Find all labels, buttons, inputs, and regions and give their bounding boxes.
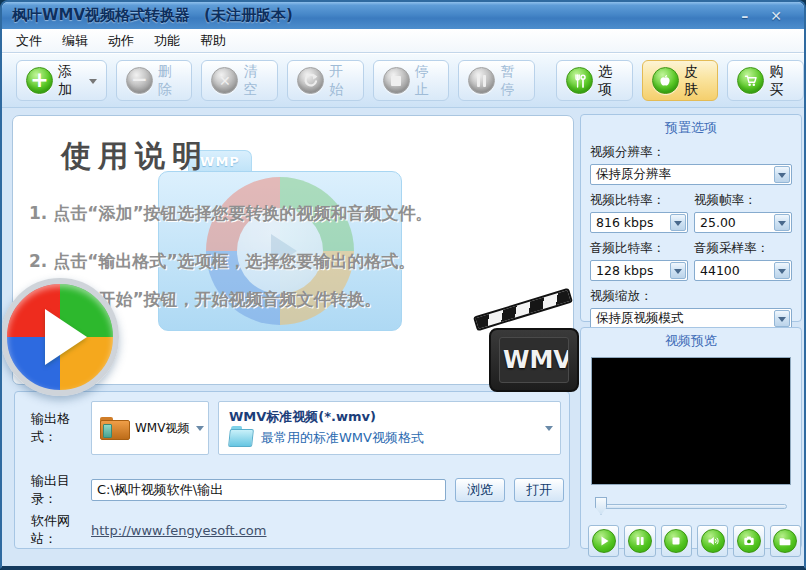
- clapper-stripes-icon: [473, 288, 573, 332]
- shopping-cart-icon: [737, 67, 764, 94]
- chevron-down-icon[interactable]: [774, 166, 790, 183]
- menu-edit[interactable]: 编辑: [52, 29, 98, 53]
- add-icon: +: [26, 67, 53, 94]
- menu-action[interactable]: 动作: [98, 29, 144, 53]
- usage-heading: 使用说明: [61, 136, 209, 177]
- stop-icon: [383, 67, 410, 94]
- start-icon: [297, 67, 324, 94]
- preview-pause-button[interactable]: [624, 525, 655, 557]
- chevron-down-icon[interactable]: [670, 214, 686, 231]
- framerate-select[interactable]: 25.00: [694, 212, 792, 233]
- titlebar: 枫叶WMV视频格式转换器 (未注册版本) – ✕: [2, 2, 804, 29]
- clear-icon: ✕: [211, 67, 238, 94]
- menu-file[interactable]: 文件: [6, 29, 52, 53]
- audio-bitrate-label: 音频比特率：: [590, 240, 688, 257]
- chevron-down-icon[interactable]: [774, 262, 790, 279]
- close-button[interactable]: ✕: [770, 9, 782, 23]
- delete-icon: −: [126, 67, 153, 94]
- start-button[interactable]: 开始: [287, 60, 364, 101]
- audio-bitrate-select[interactable]: 128 kbps: [590, 260, 688, 281]
- output-dir-label: 输出目录：: [15, 472, 91, 508]
- skin-button[interactable]: 皮肤: [642, 60, 719, 101]
- menu-function[interactable]: 功能: [144, 29, 190, 53]
- preview-screen: [591, 357, 791, 485]
- stop-button[interactable]: 停止: [373, 60, 450, 101]
- sample-rate-label: 音频采样率：: [694, 240, 792, 257]
- window-title-suffix: (未注册版本): [204, 6, 293, 25]
- output-group: 输出格式： WMV视频 WMV标准视频(*.wmv) 最常用的标准WMV视频格式…: [14, 391, 570, 549]
- options-tools-icon: [566, 67, 593, 94]
- format-description: 最常用的标准WMV视频格式: [261, 429, 424, 447]
- folder-icon: [773, 529, 797, 553]
- format-name: WMV标准视频(*.wmv): [229, 408, 540, 426]
- preview-play-button[interactable]: [588, 525, 619, 557]
- video-scale-select[interactable]: 保持原视频模式: [590, 308, 792, 329]
- minimize-button[interactable]: –: [741, 9, 748, 23]
- menubar: 文件 编辑 动作 功能 帮助: [2, 29, 804, 53]
- menu-help[interactable]: 帮助: [190, 29, 236, 53]
- window-controls: – ✕: [741, 9, 794, 23]
- framerate-label: 视频帧率：: [694, 192, 792, 209]
- delete-button[interactable]: − 删除: [116, 60, 193, 101]
- output-format-label: 输出格式：: [15, 410, 91, 446]
- resolution-select[interactable]: 保持原分辨率: [590, 164, 792, 185]
- chevron-down-icon[interactable]: [774, 214, 790, 231]
- pause-icon: [468, 67, 495, 94]
- video-bitrate-select[interactable]: 816 kbps: [590, 212, 688, 233]
- preview-volume-button[interactable]: [697, 525, 728, 557]
- wmv-sign-text: WMV: [500, 346, 569, 374]
- video-scale-label: 视频缩放：: [590, 288, 792, 305]
- slider-track[interactable]: [595, 504, 787, 509]
- preview-snapshot-button[interactable]: [733, 525, 764, 557]
- seek-slider[interactable]: [595, 499, 787, 515]
- website-label: 软件网站：: [15, 512, 91, 548]
- orange-folder-icon: [100, 417, 130, 440]
- chevron-down-icon: [545, 426, 553, 435]
- preview-controls: [581, 515, 801, 557]
- wmp-player-logo-icon: [1, 278, 119, 396]
- options-button[interactable]: 选项: [556, 60, 633, 101]
- apple-skin-icon: [652, 67, 679, 94]
- instruction-step-1: 1. 点击“添加”按钮选择您要转换的视频和音频文件。: [29, 202, 433, 225]
- browse-button[interactable]: 浏览: [455, 478, 505, 502]
- open-button[interactable]: 打开: [514, 478, 564, 502]
- chevron-down-icon[interactable]: [774, 310, 790, 327]
- format-category-select[interactable]: WMV视频: [91, 401, 209, 455]
- chevron-down-icon: [196, 426, 204, 435]
- pause-icon: [628, 529, 652, 553]
- add-dropdown-caret-icon: [89, 79, 97, 88]
- preset-options-title: 预置选项: [590, 119, 792, 137]
- app-window: 枫叶WMV视频格式转换器 (未注册版本) – ✕ 文件 编辑 动作 功能 帮助 …: [0, 0, 806, 570]
- preset-options-group: 预置选项 视频分辨率： 保持原分辨率 视频比特率： 816 kbps 视频帧率：…: [580, 114, 802, 322]
- buy-button[interactable]: 购买: [727, 60, 804, 101]
- window-title: 枫叶WMV视频格式转换器: [12, 6, 190, 25]
- camera-icon: [737, 529, 761, 553]
- cyan-folder-icon: [228, 429, 254, 447]
- speaker-icon: [701, 529, 725, 553]
- add-button[interactable]: + 添加: [16, 60, 107, 101]
- play-icon: [592, 529, 616, 553]
- website-link[interactable]: http://www.fengyesoft.com: [91, 523, 267, 538]
- instructions-panel: WMP 使用说明 1. 点击“添加”按钮选择您要转换的视频和音频文件。 2. 点…: [12, 115, 574, 385]
- preview-stop-button[interactable]: [661, 525, 692, 557]
- resolution-label: 视频分辨率：: [590, 144, 792, 161]
- clear-button[interactable]: ✕ 清空: [201, 60, 278, 101]
- video-preview-group: 视频预览: [580, 327, 802, 549]
- video-bitrate-label: 视频比特率：: [590, 192, 688, 209]
- video-preview-title: 视频预览: [581, 332, 801, 350]
- preview-folder-button[interactable]: [770, 525, 801, 557]
- output-dir-input[interactable]: [91, 479, 446, 501]
- sample-rate-select[interactable]: 44100: [694, 260, 792, 281]
- wmv-clapperboard-graphic: WMV: [489, 328, 579, 392]
- slider-thumb[interactable]: [595, 497, 607, 515]
- instruction-step-2: 2. 点击“输出格式”选项框，选择您要输出的格式。: [29, 250, 416, 273]
- chevron-down-icon[interactable]: [670, 262, 686, 279]
- stop-icon: [664, 529, 688, 553]
- pause-button[interactable]: 暂停: [458, 60, 535, 101]
- format-profile-select[interactable]: WMV标准视频(*.wmv) 最常用的标准WMV视频格式: [218, 401, 561, 455]
- toolbar: + 添加 − 删除 ✕ 清空 开始 停止 暂停: [2, 53, 804, 108]
